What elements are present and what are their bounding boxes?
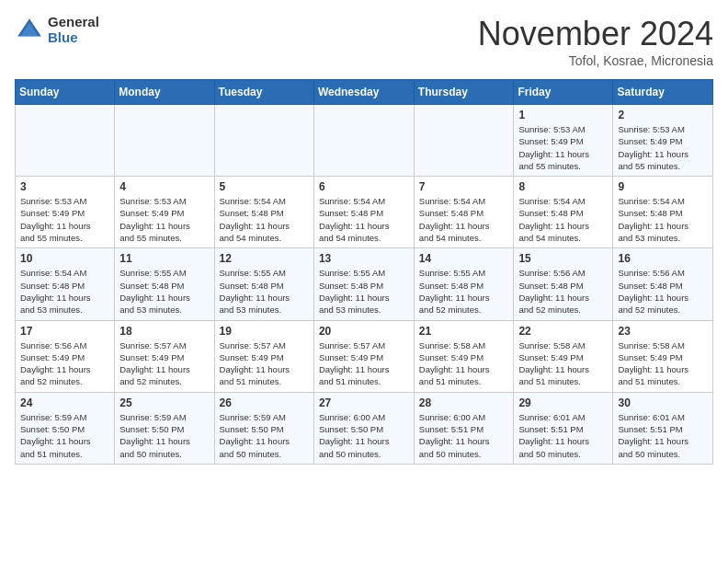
day-number: 6 xyxy=(319,180,409,193)
day-number: 22 xyxy=(518,325,608,338)
calendar-cell: 5Sunrise: 5:54 AM Sunset: 5:48 PM Daylig… xyxy=(214,177,313,248)
day-info: Sunrise: 5:54 AM Sunset: 5:48 PM Dayligh… xyxy=(20,267,109,316)
day-number: 3 xyxy=(20,180,109,193)
month-title: November 2024 xyxy=(478,15,713,53)
calendar-cell xyxy=(414,105,514,177)
day-info: Sunrise: 5:54 AM Sunset: 5:48 PM Dayligh… xyxy=(220,195,309,244)
day-number: 7 xyxy=(419,180,509,193)
day-number: 2 xyxy=(618,109,708,121)
calendar-cell: 8Sunrise: 5:54 AM Sunset: 5:48 PM Daylig… xyxy=(514,177,613,248)
day-info: Sunrise: 5:53 AM Sunset: 5:49 PM Dayligh… xyxy=(20,195,109,244)
calendar-header-row: SundayMondayTuesdayWednesdayThursdayFrid… xyxy=(16,80,713,105)
day-number: 27 xyxy=(319,396,409,409)
day-info: Sunrise: 5:55 AM Sunset: 5:48 PM Dayligh… xyxy=(419,267,509,316)
day-info: Sunrise: 5:53 AM Sunset: 5:49 PM Dayligh… xyxy=(518,123,608,172)
day-info: Sunrise: 5:55 AM Sunset: 5:48 PM Dayligh… xyxy=(119,267,209,316)
day-info: Sunrise: 5:54 AM Sunset: 5:48 PM Dayligh… xyxy=(319,195,409,244)
day-info: Sunrise: 5:59 AM Sunset: 5:50 PM Dayligh… xyxy=(20,411,109,460)
day-number: 23 xyxy=(618,325,708,338)
calendar-week-4: 17Sunrise: 5:56 AM Sunset: 5:49 PM Dayli… xyxy=(16,320,713,392)
calendar-week-1: 1Sunrise: 5:53 AM Sunset: 5:49 PM Daylig… xyxy=(16,105,713,177)
calendar-cell: 26Sunrise: 5:59 AM Sunset: 5:50 PM Dayli… xyxy=(214,392,313,464)
day-number: 16 xyxy=(618,252,708,265)
calendar-cell: 11Sunrise: 5:55 AM Sunset: 5:48 PM Dayli… xyxy=(115,248,214,320)
day-number: 24 xyxy=(20,396,109,409)
calendar-week-5: 24Sunrise: 5:59 AM Sunset: 5:50 PM Dayli… xyxy=(16,392,713,464)
day-number: 1 xyxy=(518,109,608,121)
calendar-cell: 24Sunrise: 5:59 AM Sunset: 5:50 PM Dayli… xyxy=(16,392,115,464)
day-number: 21 xyxy=(419,325,509,338)
day-info: Sunrise: 5:54 AM Sunset: 5:48 PM Dayligh… xyxy=(419,195,509,244)
day-number: 9 xyxy=(618,180,708,193)
day-number: 29 xyxy=(518,396,608,409)
logo: General Blue xyxy=(15,15,99,45)
col-header-saturday: Saturday xyxy=(613,80,713,105)
day-info: Sunrise: 5:55 AM Sunset: 5:48 PM Dayligh… xyxy=(220,267,309,316)
day-info: Sunrise: 6:01 AM Sunset: 5:51 PM Dayligh… xyxy=(618,411,708,460)
calendar-table: SundayMondayTuesdayWednesdayThursdayFrid… xyxy=(15,79,713,465)
calendar-cell: 17Sunrise: 5:56 AM Sunset: 5:49 PM Dayli… xyxy=(16,320,115,392)
calendar-cell: 25Sunrise: 5:59 AM Sunset: 5:50 PM Dayli… xyxy=(115,392,214,464)
col-header-wednesday: Wednesday xyxy=(313,80,414,105)
calendar-cell: 12Sunrise: 5:55 AM Sunset: 5:48 PM Dayli… xyxy=(214,248,313,320)
calendar-cell: 15Sunrise: 5:56 AM Sunset: 5:48 PM Dayli… xyxy=(514,248,613,320)
day-info: Sunrise: 6:00 AM Sunset: 5:50 PM Dayligh… xyxy=(319,411,409,460)
day-number: 28 xyxy=(419,396,509,409)
calendar-week-2: 3Sunrise: 5:53 AM Sunset: 5:49 PM Daylig… xyxy=(16,177,713,248)
calendar-cell: 21Sunrise: 5:58 AM Sunset: 5:49 PM Dayli… xyxy=(414,320,514,392)
day-info: Sunrise: 5:57 AM Sunset: 5:49 PM Dayligh… xyxy=(319,339,409,388)
logo-icon xyxy=(15,16,44,45)
calendar-cell: 4Sunrise: 5:53 AM Sunset: 5:49 PM Daylig… xyxy=(115,177,214,248)
calendar-cell: 19Sunrise: 5:57 AM Sunset: 5:49 PM Dayli… xyxy=(214,320,313,392)
col-header-thursday: Thursday xyxy=(414,80,514,105)
day-info: Sunrise: 6:00 AM Sunset: 5:51 PM Dayligh… xyxy=(419,411,509,460)
day-info: Sunrise: 5:58 AM Sunset: 5:49 PM Dayligh… xyxy=(618,339,708,388)
calendar-cell: 27Sunrise: 6:00 AM Sunset: 5:50 PM Dayli… xyxy=(313,392,414,464)
calendar-cell: 29Sunrise: 6:01 AM Sunset: 5:51 PM Dayli… xyxy=(514,392,613,464)
calendar-cell xyxy=(214,105,313,177)
calendar-cell: 16Sunrise: 5:56 AM Sunset: 5:48 PM Dayli… xyxy=(613,248,713,320)
day-info: Sunrise: 5:58 AM Sunset: 5:49 PM Dayligh… xyxy=(518,339,608,388)
day-number: 14 xyxy=(419,252,509,265)
calendar-cell: 10Sunrise: 5:54 AM Sunset: 5:48 PM Dayli… xyxy=(16,248,115,320)
day-info: Sunrise: 5:55 AM Sunset: 5:48 PM Dayligh… xyxy=(319,267,409,316)
calendar-cell: 3Sunrise: 5:53 AM Sunset: 5:49 PM Daylig… xyxy=(16,177,115,248)
day-number: 8 xyxy=(518,180,608,193)
calendar-cell: 6Sunrise: 5:54 AM Sunset: 5:48 PM Daylig… xyxy=(313,177,414,248)
day-info: Sunrise: 6:01 AM Sunset: 5:51 PM Dayligh… xyxy=(518,411,608,460)
calendar-cell: 9Sunrise: 5:54 AM Sunset: 5:48 PM Daylig… xyxy=(613,177,713,248)
day-number: 20 xyxy=(319,325,409,338)
page-header: General Blue November 2024 Tofol, Kosrae… xyxy=(15,15,713,68)
col-header-friday: Friday xyxy=(514,80,613,105)
calendar-cell: 20Sunrise: 5:57 AM Sunset: 5:49 PM Dayli… xyxy=(313,320,414,392)
day-number: 5 xyxy=(220,180,309,193)
day-info: Sunrise: 5:58 AM Sunset: 5:49 PM Dayligh… xyxy=(419,339,509,388)
calendar-week-3: 10Sunrise: 5:54 AM Sunset: 5:48 PM Dayli… xyxy=(16,248,713,320)
day-info: Sunrise: 5:56 AM Sunset: 5:48 PM Dayligh… xyxy=(518,267,608,316)
calendar-cell: 2Sunrise: 5:53 AM Sunset: 5:49 PM Daylig… xyxy=(613,105,713,177)
day-info: Sunrise: 5:57 AM Sunset: 5:49 PM Dayligh… xyxy=(220,339,309,388)
calendar-cell xyxy=(115,105,214,177)
calendar-cell: 28Sunrise: 6:00 AM Sunset: 5:51 PM Dayli… xyxy=(414,392,514,464)
day-info: Sunrise: 5:56 AM Sunset: 5:49 PM Dayligh… xyxy=(20,339,109,388)
day-number: 19 xyxy=(220,325,309,338)
calendar-cell: 22Sunrise: 5:58 AM Sunset: 5:49 PM Dayli… xyxy=(514,320,613,392)
day-number: 12 xyxy=(220,252,309,265)
day-number: 25 xyxy=(119,396,209,409)
day-info: Sunrise: 5:57 AM Sunset: 5:49 PM Dayligh… xyxy=(119,339,209,388)
day-info: Sunrise: 5:53 AM Sunset: 5:49 PM Dayligh… xyxy=(119,195,209,244)
calendar-cell: 30Sunrise: 6:01 AM Sunset: 5:51 PM Dayli… xyxy=(613,392,713,464)
day-number: 26 xyxy=(220,396,309,409)
col-header-tuesday: Tuesday xyxy=(214,80,313,105)
day-info: Sunrise: 5:53 AM Sunset: 5:49 PM Dayligh… xyxy=(618,123,708,172)
calendar-cell: 1Sunrise: 5:53 AM Sunset: 5:49 PM Daylig… xyxy=(514,105,613,177)
calendar-cell: 7Sunrise: 5:54 AM Sunset: 5:48 PM Daylig… xyxy=(414,177,514,248)
calendar-cell: 13Sunrise: 5:55 AM Sunset: 5:48 PM Dayli… xyxy=(313,248,414,320)
day-info: Sunrise: 5:54 AM Sunset: 5:48 PM Dayligh… xyxy=(618,195,708,244)
logo-blue: Blue xyxy=(48,30,99,46)
day-number: 17 xyxy=(20,325,109,338)
col-header-sunday: Sunday xyxy=(16,80,115,105)
day-number: 18 xyxy=(119,325,209,338)
logo-general: General xyxy=(48,15,99,30)
day-info: Sunrise: 5:56 AM Sunset: 5:48 PM Dayligh… xyxy=(618,267,708,316)
